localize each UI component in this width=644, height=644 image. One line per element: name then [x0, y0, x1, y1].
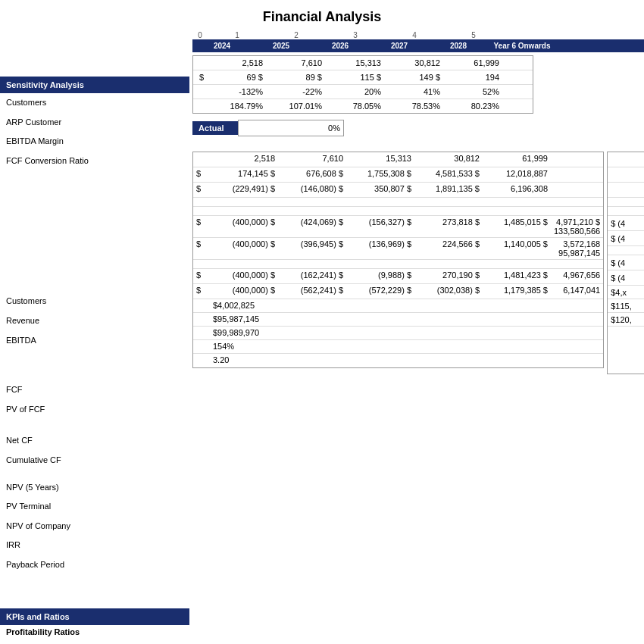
- year-header-row: 2024 2025 2026 2027 2028 Year 6 Onwards: [192, 39, 644, 52]
- year-2024: 2024: [192, 39, 252, 52]
- table-row: 2,518 7,610 15,313 30,812 61,999: [193, 152, 603, 167]
- sidebar-item-customers: Customers: [0, 93, 189, 113]
- actual-label: Actual: [192, 121, 238, 135]
- sens-arp-2024: 69 $: [208, 70, 267, 84]
- main-fcf-2026: (156,327) $: [346, 216, 414, 237]
- table-row: $ 69 $ 89 $ 115 $ 149 $ 194: [193, 70, 533, 85]
- table-row: 154%: [193, 340, 603, 354]
- main-pvfcf-6: 3,572,168 95,987,145: [551, 238, 603, 259]
- main-netcf-2027: 270,190 $: [414, 269, 483, 283]
- main-cust-2026: 15,313: [346, 152, 414, 167]
- sidebar-item-customers2: Customers: [0, 292, 189, 311]
- table-row: $ (400,000) $ (396,945) $ (136,969) $ 22…: [193, 238, 603, 260]
- sens-ebitda-2028: 52%: [445, 85, 504, 98]
- table-row: $ (400,000) $ (424,069) $ (156,327) $ 27…: [193, 216, 603, 238]
- sidebar-item-net-cf: Net CF: [0, 431, 189, 451]
- sensitivity-table: 2,518 7,610 15,313 30,812 61,999 $ 69 $ …: [192, 55, 533, 114]
- sidebar: Sensitivity Analysis Customers ARP Custo…: [0, 31, 189, 639]
- sens-arp-2026: 115 $: [327, 70, 386, 84]
- main-rev-2027: 4,581,533 $: [414, 167, 483, 182]
- main-pvfcf-2028: 1,140,005 $: [483, 238, 551, 259]
- main-cumcf-2025: (562,241) $: [278, 284, 346, 299]
- year-2025: 2025: [252, 39, 311, 52]
- actual-bar-value: 0%: [328, 123, 340, 133]
- table-row: $99,989,970: [193, 327, 603, 340]
- main-rev-2024: 174,145 $: [210, 167, 278, 182]
- sidebar-item-pv-terminal: PV Terminal: [0, 497, 189, 517]
- sidebar-item-payback: Payback Period: [0, 555, 189, 575]
- main-cust-2028: 61,999: [483, 152, 551, 167]
- npv-company-value: $99,989,970: [210, 327, 278, 339]
- table-row: $ 174,145 $ 676,608 $ 1,755,308 $ 4,581,…: [193, 167, 603, 183]
- sens-cust-2028: 61,999: [445, 56, 504, 70]
- sens-fcf-2026: 78.05%: [327, 99, 386, 113]
- main-rev-2028: 12,018,887: [483, 167, 551, 182]
- main-cumcf-2028: 1,179,385 $: [483, 284, 551, 299]
- sens-arp-2028: 194: [445, 70, 504, 84]
- sens-arp-2025: 89 $: [267, 70, 327, 84]
- table-row: $ (229,491) $ (146,080) $ 350,807 $ 1,89…: [193, 183, 603, 198]
- table-row: $ (400,000) $ (562,241) $ (572,229) $ (3…: [193, 284, 603, 299]
- pv-terminal-value: $95,987,145: [210, 313, 278, 326]
- main-pvfcf-2027: 224,566 $: [414, 238, 483, 259]
- main-cumcf-2024: (400,000) $: [210, 284, 278, 299]
- spacer-row: [193, 260, 603, 269]
- sens-fcf-2027: 78.53%: [386, 99, 445, 113]
- main-netcf-2025: (162,241) $: [278, 269, 346, 283]
- year-2027: 2027: [370, 39, 429, 52]
- npv5-value: $4,002,825: [210, 299, 278, 312]
- year-6-onwards: Year 6 Onwards: [488, 39, 556, 52]
- spacer-row: [193, 198, 603, 207]
- sidebar-item-revenue: Revenue: [0, 311, 189, 331]
- page-title: Financial Analysis: [0, 0, 644, 31]
- sidebar-item-npv-company: NPV of Company: [0, 517, 189, 536]
- table-row: 3.20: [193, 354, 603, 367]
- sens-ebitda-2026: 20%: [327, 85, 386, 98]
- main-rev-2025: 676,608 $: [278, 167, 346, 182]
- sidebar-item-arp-customer: ARP Customer: [0, 113, 189, 133]
- sens-cust-2026: 15,313: [327, 56, 386, 70]
- sens-fcf-2025: 107.01%: [267, 99, 327, 113]
- sidebar-item-irr: IRR: [0, 536, 189, 555]
- sens-cust-2024: 2,518: [208, 56, 267, 70]
- main-cumcf-2026: (572,229) $: [346, 284, 414, 299]
- sens-cust-2025: 7,610: [267, 56, 327, 70]
- main-ebitda-2027: 1,891,135 $: [414, 183, 483, 197]
- main-cust-2024: 2,518: [210, 152, 278, 167]
- main-fcf-6: 4,971,210 $ 133,580,566: [551, 216, 603, 237]
- sens-fcf-2024: 184.79%: [208, 99, 267, 113]
- main-cust-2027: 30,812: [414, 152, 483, 167]
- table-row: -132% -22% 20% 41% 52%: [193, 85, 533, 99]
- right-partial-table: $ (4 $ (4 $ (4 $ (4 $4,x: [607, 152, 644, 374]
- kpis-header: KPIs and Ratios: [0, 608, 189, 625]
- sidebar-item-fcf: FCF: [0, 380, 189, 400]
- main-netcf-6: 4,967,656: [551, 269, 603, 283]
- sidebar-item-ebitda: EBITDA: [0, 331, 189, 351]
- table-row: $95,987,145: [193, 313, 603, 327]
- year-2026: 2026: [311, 39, 370, 52]
- sidebar-item-cumulative-cf: Cumulative CF: [0, 451, 189, 470]
- actual-bar-track: 0%: [238, 120, 344, 136]
- main-netcf-2024: (400,000) $: [210, 269, 278, 283]
- main-pvfcf-2024: (400,000) $: [210, 238, 278, 259]
- table-row: $4,002,825: [193, 299, 603, 313]
- main-ebitda-2024: (229,491) $: [210, 183, 278, 197]
- main-fcf-2028: 1,485,015 $: [483, 216, 551, 237]
- main-ebitda-2028: 6,196,308: [483, 183, 551, 197]
- sidebar-item-ebitda-margin: EBITDA Margin: [0, 132, 189, 152]
- main-fcf-2025: (424,069) $: [278, 216, 346, 237]
- spacer-row: [193, 207, 603, 216]
- main-data-table: 2,518 7,610 15,313 30,812 61,999 $ 174,1…: [192, 152, 604, 368]
- table-row: 184.79% 107.01% 78.05% 78.53% 80.23%: [193, 99, 533, 113]
- column-numbers: 0 1 2 3 4 5: [192, 31, 644, 39]
- sensitivity-analysis-header: Sensitivity Analysis: [0, 77, 189, 93]
- sidebar-item-fcf-conversion: FCF Conversion Ratio: [0, 152, 189, 171]
- main-cumcf-2027: (302,038) $: [414, 284, 483, 299]
- main-cust-2025: 7,610: [278, 152, 346, 167]
- main-content: 0 1 2 3 4 5 2024 2025 2026 2027 2028 Yea…: [189, 31, 644, 639]
- irr-value: 154%: [210, 340, 278, 353]
- year-2028: 2028: [429, 39, 488, 52]
- sens-arp-2027: 149 $: [386, 70, 445, 84]
- table-row: $ (400,000) $ (162,241) $ (9,988) $ 270,…: [193, 269, 603, 284]
- main-netcf-2026: (9,988) $: [346, 269, 414, 283]
